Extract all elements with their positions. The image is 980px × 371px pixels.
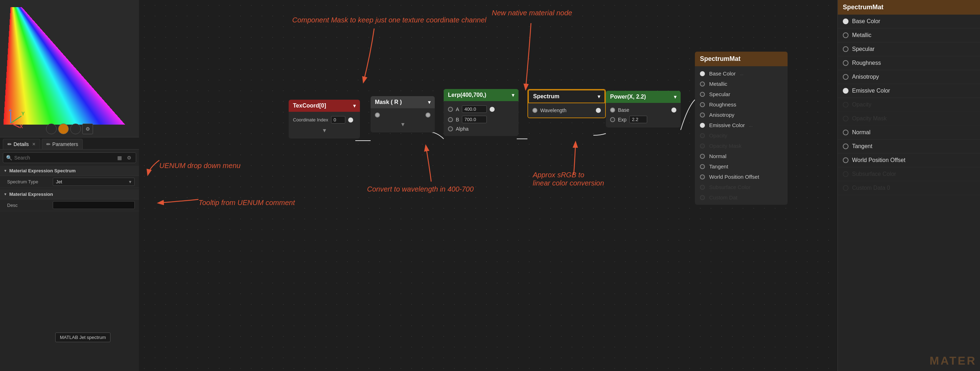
rp-metallic-pin[interactable] <box>843 32 848 38</box>
sm-opacity-mask: Opacity Mask <box>695 141 788 151</box>
sm-anisotropy-pin[interactable] <box>700 113 705 117</box>
mask-dropdown-icon[interactable]: ▾ <box>428 99 431 105</box>
spectrum-type-value: Jet <box>56 179 62 184</box>
sm-metallic-pin[interactable] <box>700 81 705 87</box>
lerp-alpha-in-pin[interactable] <box>448 127 453 132</box>
sm-specular-pin[interactable] <box>700 92 705 97</box>
rp-base-color-pin[interactable] <box>843 19 848 24</box>
rp-specular-pin[interactable] <box>843 46 848 52</box>
rp-metallic-label: Metallic <box>852 32 871 38</box>
lerp-b-input[interactable] <box>462 116 487 123</box>
sm-tangent-label: Tangent <box>709 163 728 170</box>
texcoord-header[interactable]: TexCoord[0] ▾ <box>289 100 360 112</box>
lerp-a-input[interactable] <box>462 105 487 113</box>
bottom-left-panel: ✏ Details ✕ ✏ Parameters 🔍 ▦ ⚙ ▼ Materia… <box>0 137 139 371</box>
section-title-2: Material Expression <box>9 192 53 197</box>
mask-out-pin[interactable] <box>425 113 431 117</box>
node-spectrummat[interactable]: SpectrumMat Base Color ... Metallic Spec… <box>695 52 788 205</box>
texcoord-dropdown-icon[interactable]: ▾ <box>353 103 356 109</box>
sm-wpo-pin[interactable] <box>700 174 705 179</box>
power-header[interactable]: Power(X, 2.2) ▾ <box>606 91 681 103</box>
rp-tangent-pin[interactable] <box>843 143 848 149</box>
close-details-icon[interactable]: ✕ <box>32 142 36 147</box>
texcoord-title: TexCoord[0] <box>293 103 326 109</box>
sm-emissive: Emissive Color ... <box>695 120 788 130</box>
sm-tangent-pin[interactable] <box>700 164 705 169</box>
lerp-a-in-pin[interactable] <box>448 107 453 112</box>
spectrum-wavelength-row: Wavelength <box>528 106 605 115</box>
section-material-expression[interactable]: ▼ Material Expression <box>0 189 139 200</box>
search-bar: 🔍 ▦ ⚙ <box>3 152 136 163</box>
tab-parameters[interactable]: ✏ Parameters <box>42 139 83 149</box>
spectrum-dropdown-icon[interactable]: ▾ <box>598 94 600 99</box>
vp-btn-3[interactable] <box>70 124 81 134</box>
spectrum-type-label: Spectrum Type <box>7 179 50 184</box>
vp-btn-1[interactable] <box>46 124 57 134</box>
mask-in-pin[interactable] <box>375 113 380 117</box>
power-dropdown-icon[interactable]: ▾ <box>674 94 676 100</box>
desc-label: Desc <box>7 203 50 208</box>
power-base-in-pin[interactable] <box>610 108 615 113</box>
grid-icon[interactable]: ▦ <box>116 154 123 161</box>
rp-anisotropy-pin[interactable] <box>843 74 848 80</box>
coord-index-input[interactable] <box>331 116 345 124</box>
vp-btn-settings[interactable]: ⚙ <box>82 124 93 134</box>
mask-header[interactable]: Mask ( R ) ▾ <box>371 96 435 108</box>
spectrum-type-dropdown[interactable]: Jet ▾ <box>53 178 135 186</box>
spectrum-out-pin[interactable] <box>596 108 601 113</box>
material-graph[interactable]: TexCoord[0] ▾ Coordinate Index ▾ Mask ( … <box>139 0 837 371</box>
sm-base-color-pin[interactable] <box>700 71 705 76</box>
settings-icon[interactable]: ⚙ <box>126 154 133 161</box>
rp-custom-data-label: Custom Data 0 <box>852 185 890 191</box>
sm-normal: Normal <box>695 151 788 161</box>
lerp-header[interactable]: Lerp(400,700,) ▾ <box>444 89 519 101</box>
node-mask[interactable]: Mask ( R ) ▾ ▾ <box>371 96 435 132</box>
spectrummat-header[interactable]: SpectrumMat <box>695 52 788 66</box>
desc-row: Desc <box>0 200 139 211</box>
sm-subsurface-label: Subsurface Color <box>709 184 751 190</box>
rp-emissive-pin[interactable] <box>843 88 848 94</box>
mask-expand[interactable]: ▾ <box>371 119 435 130</box>
desc-input[interactable] <box>53 201 135 209</box>
sm-roughness-pin[interactable] <box>700 102 705 107</box>
svg-line-2 <box>11 116 21 123</box>
sm-normal-pin[interactable] <box>700 154 705 159</box>
power-exp-row: Exp <box>606 114 681 125</box>
search-input[interactable] <box>14 155 114 160</box>
spectrum-header[interactable]: Spectrum ▾ <box>528 90 605 103</box>
vp-btn-2[interactable] <box>58 124 69 134</box>
node-texcoord[interactable]: TexCoord[0] ▾ Coordinate Index ▾ <box>289 100 360 138</box>
rp-subsurface-pin <box>843 171 848 177</box>
sm-normal-label: Normal <box>709 153 726 159</box>
rp-roughness: Roughness <box>838 56 980 70</box>
lerp-out-pin[interactable] <box>490 107 495 112</box>
texcoord-expand[interactable]: ▾ <box>289 125 360 136</box>
spectrum-type-row: Spectrum Type Jet ▾ <box>0 176 139 188</box>
section-material-expression-spectrum[interactable]: ▼ Material Expression Spectrum <box>0 166 139 176</box>
rp-opacity-pin <box>843 102 848 108</box>
sm-emissive-pin[interactable] <box>700 123 705 128</box>
node-lerp[interactable]: Lerp(400,700,) ▾ A B Alpha <box>444 89 519 136</box>
lerp-b-in-pin[interactable] <box>448 117 453 122</box>
tooltip-text: MATLAB Jet spectrum <box>60 335 106 340</box>
lerp-dropdown-icon[interactable]: ▾ <box>512 92 514 98</box>
search-icon: 🔍 <box>6 155 12 160</box>
power-exp-input[interactable] <box>629 116 647 123</box>
node-spectrum[interactable]: Spectrum ▾ Wavelength <box>527 89 606 118</box>
rp-normal: Normal <box>838 126 980 140</box>
rp-normal-pin[interactable] <box>843 130 848 135</box>
spectrum-wavelength-label: Wavelength <box>540 108 566 113</box>
spectrum-in-pin[interactable] <box>532 108 538 113</box>
tab-details[interactable]: ✏ Details ✕ <box>3 139 40 149</box>
coord-out-pin[interactable] <box>348 117 353 122</box>
power-out-pin[interactable] <box>671 108 676 113</box>
node-power[interactable]: Power(X, 2.2) ▾ Base Exp <box>606 91 681 127</box>
sm-roughness-label: Roughness <box>709 101 736 108</box>
sm-anisotropy: Anisotropy <box>695 109 788 120</box>
rp-wpo-pin[interactable] <box>843 157 848 163</box>
panel-tabs: ✏ Details ✕ ✏ Parameters <box>0 138 139 149</box>
spectrummat-body: Base Color ... Metallic Specular Roughne… <box>695 66 788 205</box>
power-exp-in-pin[interactable] <box>610 117 615 122</box>
annotation-tooltip-comment: Tooltip from UENUM comment <box>199 199 295 207</box>
rp-roughness-pin[interactable] <box>843 60 848 66</box>
